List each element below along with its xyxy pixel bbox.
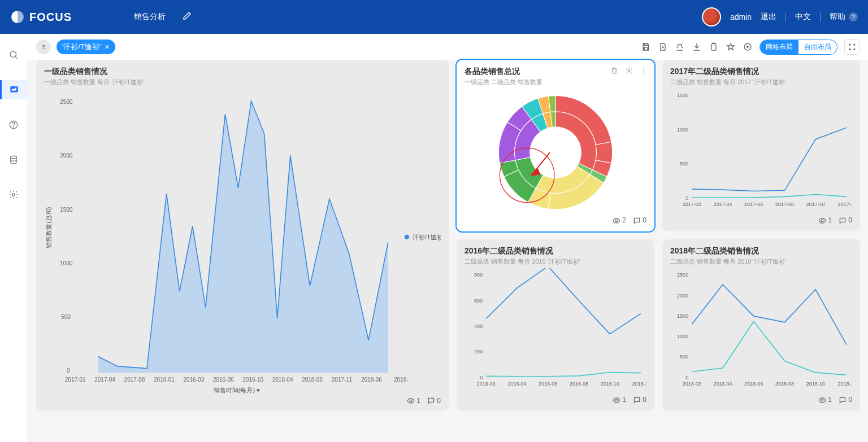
sidebar-data[interactable]	[0, 150, 27, 169]
panel-title: 2018年二级品类销售情况	[670, 246, 852, 256]
svg-text:2018-04: 2018-04	[272, 377, 293, 383]
svg-text:2016-04: 2016-04	[507, 381, 526, 387]
svg-text:2017-04: 2017-04	[94, 377, 115, 383]
sidebar-dashboard[interactable]	[0, 80, 27, 99]
panel-subtitle: 一级品类 销售数量 每月 '汗衫/T恤衫'	[44, 78, 441, 86]
svg-text:2016-1.: 2016-1.	[632, 381, 646, 387]
logo-icon	[10, 10, 25, 24]
svg-text:2018-06: 2018-06	[744, 381, 763, 387]
svg-text:2016-10: 2016-10	[601, 381, 619, 387]
sunburst-chart[interactable]	[465, 89, 646, 216]
svg-text:1500: 1500	[677, 313, 688, 319]
close-icon[interactable]: ✕	[105, 43, 110, 51]
more-icon[interactable]: ⋮	[639, 65, 649, 76]
svg-point-0	[10, 51, 16, 58]
panel-category-1-sales: 一级品类销售情况 一级品类 销售数量 每月 '汗衫/T恤衫' 050010001…	[36, 60, 449, 411]
panel-2016-sales: 2016年二级品类销售情况 二级品类 销售数量 每月 2016 '汗衫/T恤衫'…	[457, 239, 654, 411]
comments-stat: 0	[633, 216, 646, 225]
svg-text:2018-06: 2018-06	[361, 377, 382, 383]
line-chart[interactable]: 050010001500200025002018-022018-042018-0…	[670, 268, 852, 396]
edit-icon[interactable]	[183, 11, 192, 23]
svg-text:1000: 1000	[677, 334, 688, 339]
panel-subtitle: 二级品类 销售数量 每月 2018 '汗衫/T恤衫'	[670, 257, 852, 266]
svg-text:2018-08: 2018-08	[775, 381, 794, 387]
filter-chip[interactable]: '汗衫/T恤衫'✕	[57, 40, 115, 54]
svg-text:500: 500	[680, 161, 688, 167]
gear-icon[interactable]	[624, 65, 634, 76]
panel-2018-sales: 2018年二级品类销售情况 二级品类 销售数量 每月 2018 '汗衫/T恤衫'…	[662, 239, 860, 411]
svg-text:2016-06: 2016-06	[213, 377, 234, 383]
grip-icon[interactable]: ⠿	[36, 40, 51, 54]
svg-text:2017-08: 2017-08	[775, 202, 794, 207]
svg-text:2018-10: 2018-10	[806, 381, 825, 387]
help-link[interactable]: 帮助 ?	[830, 12, 858, 22]
save-icon[interactable]	[641, 42, 651, 52]
toolbar: ⠿ '汗衫/T恤衫'✕ 网格布局自由布局	[27, 34, 868, 60]
svg-text:2000: 2000	[60, 152, 73, 159]
comments-stat: 0	[839, 396, 852, 404]
app-logo[interactable]: FOCUS	[10, 10, 72, 24]
svg-text:400: 400	[474, 323, 483, 329]
layout-toggle[interactable]: 网格布局自由布局	[760, 40, 837, 55]
svg-text:2018-08: 2018-08	[302, 377, 323, 383]
layout-free-option[interactable]: 自由布局	[798, 40, 837, 54]
views-stat: 1	[613, 396, 626, 404]
new-doc-icon[interactable]	[658, 42, 668, 52]
avatar[interactable]	[702, 7, 721, 27]
svg-text:2017-06: 2017-06	[744, 202, 763, 207]
svg-text:0: 0	[685, 375, 688, 380]
comments-stat: 0	[427, 397, 441, 405]
svg-rect-6	[711, 44, 716, 50]
delete-icon[interactable]	[609, 65, 619, 76]
divider	[820, 12, 821, 21]
svg-text:2500: 2500	[60, 99, 73, 105]
svg-point-3	[13, 126, 14, 127]
svg-text:1000: 1000	[677, 127, 688, 133]
layout-grid-option[interactable]: 网格布局	[760, 40, 798, 54]
divider	[785, 12, 786, 21]
panel-subtitle: 二级品类 销售数量 每月 2017 '汗衫/T恤衫'	[670, 78, 852, 86]
language-link[interactable]: 中文	[795, 12, 811, 22]
line-chart[interactable]: 02004006008002016-022016-042016-062016-0…	[465, 268, 646, 396]
svg-point-31	[628, 69, 630, 72]
svg-text:1500: 1500	[677, 93, 688, 98]
svg-point-4	[10, 156, 16, 159]
svg-text:2016-10: 2016-10	[242, 377, 263, 383]
line-chart[interactable]: 0500100015002017-022017-042017-062017-08…	[670, 89, 852, 216]
svg-text:1000: 1000	[60, 260, 73, 266]
sidebar-search[interactable]	[0, 45, 27, 64]
svg-text:2018-1.: 2018-1.	[838, 381, 852, 387]
logout-link[interactable]: 退出	[761, 12, 776, 22]
sidebar-settings[interactable]	[0, 185, 27, 204]
svg-point-5	[12, 194, 15, 196]
area-chart[interactable]: 05001000150020002500 销售数量(总和) 2017-01201…	[44, 89, 441, 397]
share-icon[interactable]	[675, 42, 685, 52]
panel-title: 2016年二级品类销售情况	[465, 246, 646, 256]
fullscreen-icon[interactable]	[844, 39, 860, 55]
svg-text:200: 200	[474, 349, 483, 355]
download-icon[interactable]	[692, 42, 702, 52]
svg-text:2018-02: 2018-02	[683, 381, 701, 387]
chip-label: '汗衫/T恤衫'	[62, 42, 101, 52]
add-icon[interactable]	[743, 42, 753, 52]
svg-point-57	[615, 399, 618, 401]
views-stat: 1	[818, 216, 832, 225]
svg-text:0: 0	[67, 367, 70, 374]
views-stat: 1	[407, 397, 420, 405]
svg-text:500: 500	[61, 314, 71, 320]
panel-title: 一级品类销售情况	[44, 67, 441, 77]
svg-text:2018-: 2018-	[394, 377, 409, 383]
sidebar	[0, 34, 27, 442]
app-name: FOCUS	[29, 11, 72, 24]
clipboard-icon[interactable]	[709, 42, 719, 52]
nav-sales-analysis[interactable]: 销售分析	[134, 12, 166, 22]
views-stat: 2	[613, 216, 626, 225]
svg-point-30	[410, 400, 412, 402]
username[interactable]: admin	[730, 12, 752, 21]
star-icon[interactable]	[726, 42, 736, 52]
svg-text:2017-10: 2017-10	[806, 202, 825, 207]
svg-point-28	[405, 235, 409, 239]
panel-title: 2017年二级品类销售情况	[670, 67, 852, 77]
sidebar-help[interactable]	[0, 115, 27, 134]
svg-text:2017-08: 2017-08	[124, 377, 145, 383]
